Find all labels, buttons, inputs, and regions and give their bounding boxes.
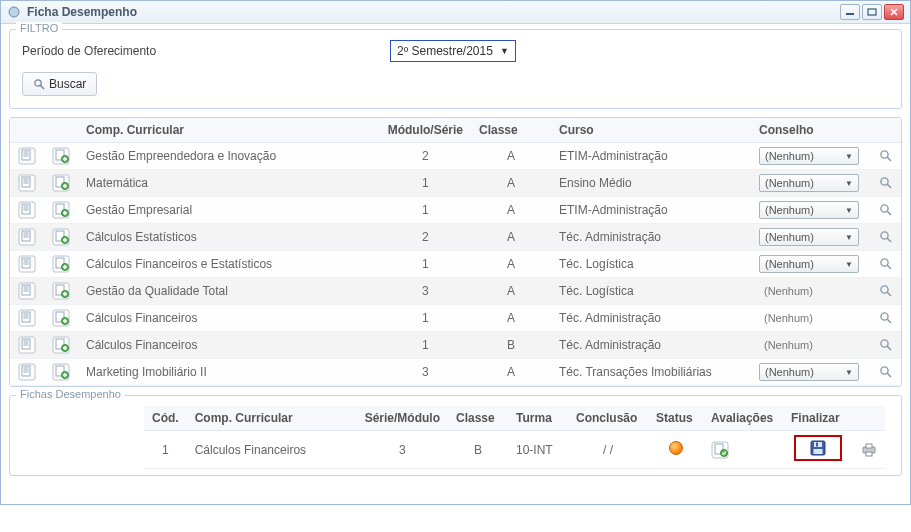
conselho-value: (Nenhum) — [765, 258, 814, 270]
magnifier-icon[interactable] — [879, 311, 893, 325]
file-icon[interactable] — [18, 228, 36, 246]
cell-classe: A — [471, 224, 551, 251]
conselho-select[interactable]: (Nenhum) — [759, 174, 859, 192]
conselho-static: (Nenhum) — [759, 339, 818, 351]
detail-turma: 10-INT — [508, 431, 568, 469]
dcol-comp: Comp. Curricular — [187, 406, 357, 431]
cell-curso: Ensino Médio — [551, 170, 751, 197]
file-icon[interactable] — [18, 174, 36, 192]
col-curso: Curso — [551, 118, 751, 143]
filter-fieldset: FILTRO Período de Oferecimento 2º Semest… — [9, 29, 902, 109]
detail-fieldset: Fichas Desempenho Cód. Comp. Curricular … — [9, 395, 902, 476]
add-file-icon[interactable] — [52, 363, 70, 381]
dcol-serie: Série/Módulo — [357, 406, 448, 431]
conselho-static: (Nenhum) — [759, 312, 818, 324]
col-mod: Módulo/Série — [380, 118, 471, 143]
maximize-button[interactable] — [862, 4, 882, 20]
add-file-icon[interactable] — [52, 228, 70, 246]
svg-rect-120 — [816, 443, 818, 447]
save-button[interactable] — [810, 440, 826, 456]
svg-line-102 — [887, 346, 891, 350]
detail-conclusao: / / — [568, 431, 648, 469]
avaliacoes-button[interactable] — [711, 441, 775, 459]
magnifier-icon[interactable] — [879, 203, 893, 217]
conselho-select[interactable]: (Nenhum) — [759, 228, 859, 246]
svg-line-78 — [887, 292, 891, 296]
svg-line-54 — [887, 238, 891, 242]
magnifier-icon[interactable] — [879, 230, 893, 244]
conselho-select[interactable]: (Nenhum) — [759, 201, 859, 219]
add-file-icon[interactable] — [52, 147, 70, 165]
detail-row: 1 Cálculos Financeiros 3 B 10-INT / / — [144, 431, 885, 469]
add-file-icon[interactable] — [52, 255, 70, 273]
conselho-value: (Nenhum) — [765, 150, 814, 162]
table-row: Matemática1AEnsino Médio(Nenhum) — [10, 170, 901, 197]
file-icon[interactable] — [18, 147, 36, 165]
file-icon[interactable] — [18, 363, 36, 381]
dcol-avaliacoes: Avaliações — [703, 406, 783, 431]
svg-rect-2 — [868, 9, 876, 15]
svg-point-17 — [881, 151, 888, 158]
magnifier-icon[interactable] — [879, 176, 893, 190]
app-icon — [7, 5, 21, 19]
file-icon[interactable] — [18, 255, 36, 273]
cell-curso: Téc. Administração — [551, 224, 751, 251]
dcol-classe: Classe — [448, 406, 508, 431]
cell-mod: 3 — [380, 359, 471, 386]
svg-point-77 — [881, 286, 888, 293]
add-file-icon[interactable] — [52, 174, 70, 192]
file-icon[interactable] — [18, 309, 36, 327]
conselho-select[interactable]: (Nenhum) — [759, 363, 859, 381]
add-file-icon[interactable] — [52, 201, 70, 219]
titlebar: Ficha Desempenho — [1, 1, 910, 24]
print-button[interactable] — [861, 442, 877, 458]
cell-comp: Gestão Empresarial — [78, 197, 380, 224]
svg-point-5 — [35, 80, 41, 86]
magnifier-icon[interactable] — [879, 284, 893, 298]
window-title: Ficha Desempenho — [27, 5, 137, 19]
cell-comp: Cálculos Estatísticos — [78, 224, 380, 251]
svg-point-101 — [881, 340, 888, 347]
close-button[interactable] — [884, 4, 904, 20]
period-select-value: 2º Semestre/2015 — [397, 44, 493, 58]
cell-comp: Gestão da Qualidade Total — [78, 278, 380, 305]
magnifier-icon[interactable] — [879, 338, 893, 352]
conselho-value: (Nenhum) — [765, 177, 814, 189]
cell-classe: A — [471, 305, 551, 332]
conselho-value: (Nenhum) — [765, 366, 814, 378]
conselho-select[interactable]: (Nenhum) — [759, 255, 859, 273]
svg-rect-121 — [814, 449, 823, 454]
detail-legend: Fichas Desempenho — [16, 388, 125, 400]
detail-comp: Cálculos Financeiros — [187, 431, 357, 469]
search-button[interactable]: Buscar — [22, 72, 97, 96]
file-icon[interactable] — [18, 336, 36, 354]
svg-rect-124 — [866, 452, 872, 456]
cell-comp: Cálculos Financeiros e Estatísticos — [78, 251, 380, 278]
main-table-fieldset: Comp. Curricular Módulo/Série Classe Cur… — [9, 117, 902, 387]
minimize-button[interactable] — [840, 4, 860, 20]
dcol-status: Status — [648, 406, 703, 431]
svg-point-113 — [881, 367, 888, 374]
table-row: Gestão da Qualidade Total3ATéc. Logístic… — [10, 278, 901, 305]
magnifier-icon[interactable] — [879, 149, 893, 163]
table-row: Gestão Empresarial1AETIM-Administração(N… — [10, 197, 901, 224]
detail-cod: 1 — [144, 431, 187, 469]
file-icon[interactable] — [18, 201, 36, 219]
cell-mod: 1 — [380, 251, 471, 278]
conselho-select[interactable]: (Nenhum) — [759, 147, 859, 165]
filter-legend: FILTRO — [16, 22, 62, 34]
svg-rect-123 — [866, 444, 872, 448]
cell-curso: Téc. Transações Imobiliárias — [551, 359, 751, 386]
status-indicator-icon — [669, 441, 683, 455]
add-file-icon[interactable] — [52, 309, 70, 327]
cell-mod: 2 — [380, 224, 471, 251]
dcol-turma: Turma — [508, 406, 568, 431]
magnifier-icon[interactable] — [879, 257, 893, 271]
cell-comp: Cálculos Financeiros — [78, 305, 380, 332]
period-select[interactable]: 2º Semestre/2015 — [390, 40, 516, 62]
file-icon[interactable] — [18, 282, 36, 300]
add-file-icon[interactable] — [52, 282, 70, 300]
magnifier-icon[interactable] — [879, 365, 893, 379]
cell-comp: Matemática — [78, 170, 380, 197]
add-file-icon[interactable] — [52, 336, 70, 354]
